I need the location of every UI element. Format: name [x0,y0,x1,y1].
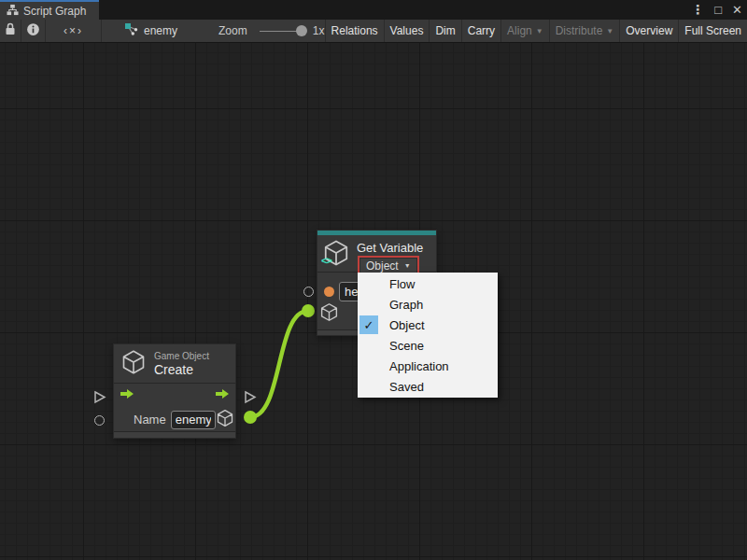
flow-output-arrow-icon[interactable] [215,387,230,404]
distribute-button: Distribute▼ [549,20,620,42]
values-button[interactable]: Values [384,20,430,42]
preview-code-button[interactable]: ‹×› [46,20,102,42]
maximize-icon[interactable]: □ [714,0,722,20]
carry-button[interactable]: Carry [461,20,500,42]
node-title: Create [154,362,209,377]
node-category: Game Object [154,350,209,362]
info-icon [26,22,40,40]
overview-button[interactable]: Overview [619,20,678,42]
menu-item-flow[interactable]: Flow [358,273,498,294]
toolbar-middle: enemy Zoom 1x [102,20,325,42]
variable-cube-icon: <> [322,239,352,269]
variable-name-port-dot[interactable] [324,287,334,297]
output-port-connected-dot[interactable] [244,411,257,424]
game-object-cube-icon [120,349,147,379]
menu-item-application[interactable]: Application [358,356,498,376]
fullscreen-button[interactable]: Full Screen [678,20,747,42]
menu-item-graph[interactable]: Graph [358,294,498,315]
name-port-label: Name [134,413,166,427]
flow-port-row [114,384,235,408]
chevron-down-icon: ▼ [404,262,411,269]
relations-button[interactable]: Relations [325,20,384,42]
variable-scope-dropdown[interactable]: Object ▼ [359,258,417,273]
menu-item-scene[interactable]: Scene [358,335,498,356]
zoom-slider[interactable] [260,31,302,32]
chevron-down-icon: ▼ [606,27,613,35]
lock-button[interactable] [0,20,21,42]
menu-item-saved[interactable]: Saved [358,376,498,397]
dim-button[interactable]: Dim [429,20,460,42]
node-header[interactable]: <> Get Variable Object ▼ [317,235,436,273]
name-value-input[interactable] [171,411,216,429]
lock-icon [5,22,16,39]
target-object-cube-icon[interactable] [319,302,339,326]
menu-item-object[interactable]: ✓ Object [358,315,498,335]
code-icon: ‹×› [63,24,83,37]
window-menu-icon[interactable]: ⋮ [691,0,704,20]
game-object-output-cube-icon[interactable] [216,409,234,431]
toolbar-buttons: Relations Values Dim Carry Align▼ Distri… [325,20,747,42]
node-game-object-create[interactable]: Game Object Create Name [113,343,236,439]
align-button: Align▼ [500,20,549,42]
flow-input-port-triangle[interactable] [93,390,106,408]
node-footer [114,431,235,438]
chevron-down-icon: ▼ [536,27,543,35]
variable-scope-value: Object [366,259,399,273]
input-port-connected-dot[interactable] [302,304,315,317]
close-icon[interactable]: ✕ [732,0,742,20]
node-header[interactable]: Game Object Create [114,344,235,384]
tab-title: Script Graph [23,5,86,18]
variable-scope-menu: Flow Graph ✓ Object Scene Application Sa… [358,273,498,398]
check-icon: ✓ [359,315,378,334]
variable-name-input-port-circle[interactable] [303,287,314,297]
graph-breadcrumb-icon [124,21,139,40]
flow-output-port-triangle[interactable] [244,390,257,408]
flow-input-arrow-icon[interactable] [120,387,134,404]
graph-toolbar: ‹×› enemy Zoom 1x Relations Values [0,20,747,43]
inspect-button[interactable] [21,20,46,42]
node-title: Get Variable [357,241,423,255]
window-controls: ⋮ □ ✕ [691,0,742,20]
connection-wire[interactable] [250,311,308,417]
graph-canvas[interactable]: Game Object Create Name [0,43,747,560]
variable-brackets-icon: <> [321,255,331,266]
graph-breadcrumb-label[interactable]: enemy [144,24,177,37]
zoom-slider-handle[interactable] [296,25,307,36]
zoom-label: Zoom [218,24,247,37]
name-input-port-circle[interactable] [94,415,105,426]
tab-script-graph[interactable]: Script Graph [0,0,99,20]
tab-bar: Script Graph ⋮ □ ✕ [0,0,747,20]
script-graph-icon [7,3,19,20]
script-graph-window: Script Graph ⋮ □ ✕ [0,0,747,560]
zoom-value: 1x [313,24,325,37]
name-port-row: Name [114,408,235,431]
